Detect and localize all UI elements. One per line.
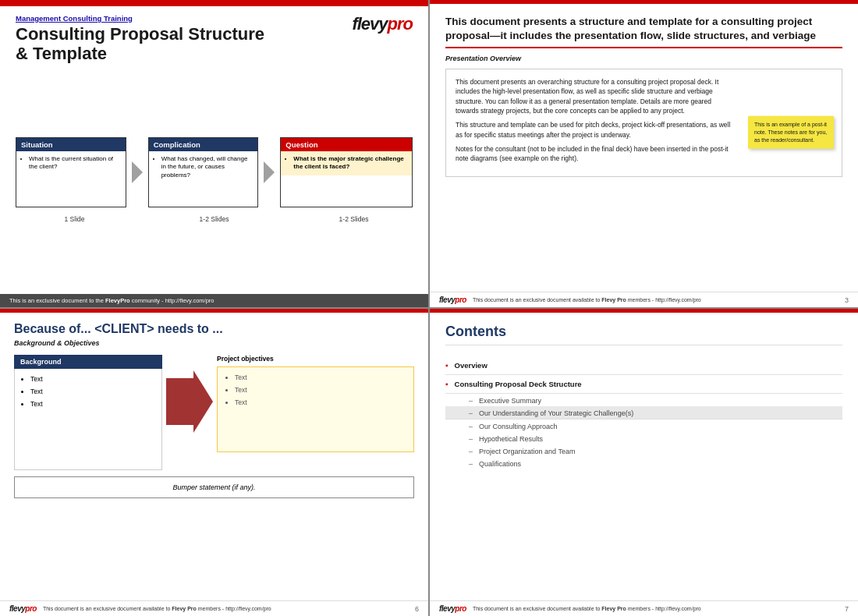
slide1-title-block: Management Consulting Training Consultin… bbox=[16, 14, 352, 64]
slide3-footer: flevypro This document is an exclusive d… bbox=[0, 600, 428, 616]
slide1-flow-boxes: Situation What is the current situation … bbox=[16, 137, 413, 207]
slide2-text-col: This document presents an overarching st… bbox=[456, 77, 735, 164]
complication-text: What has changed, will change in the fut… bbox=[161, 155, 254, 179]
flow-item-situation: Situation What is the current situation … bbox=[16, 137, 148, 207]
contents-list: ▪ Overview ▪ Consulting Proposal Deck St… bbox=[445, 356, 842, 469]
sub-proj-org: – Project Organization and Team bbox=[445, 444, 842, 457]
flow-item-complication: Complication What has changed, will chan… bbox=[148, 137, 281, 207]
footer-logo-dark: flevy bbox=[439, 296, 455, 304]
bg-box-body: Text Text Text bbox=[14, 369, 162, 470]
slide2-footer-logo: flevypro bbox=[439, 296, 466, 304]
sub-qualifications: – Qualifications bbox=[445, 457, 842, 469]
contents-item-overview: ▪ Overview bbox=[445, 356, 842, 375]
proj-obj-1: Text bbox=[235, 373, 406, 381]
slide1-logo: flevypro bbox=[352, 14, 413, 34]
slide4-title: Contents bbox=[445, 324, 842, 345]
slide1-footer: This is an exclusive document to the Fle… bbox=[0, 294, 428, 307]
sticky-note: This is an example of a post-it note. Th… bbox=[748, 116, 834, 148]
slide1-top-bar bbox=[0, 0, 428, 6]
slide1-main-title: Consulting Proposal Structure& Template bbox=[16, 24, 352, 64]
slide4-footer-logo: flevypro bbox=[439, 604, 466, 613]
proposal-label: Consulting Proposal Deck Structure bbox=[455, 380, 582, 388]
slide2-big-title: This document presents a structure and t… bbox=[445, 15, 842, 48]
slide2-content: This document presents a structure and t… bbox=[430, 4, 858, 292]
bg-item-1: Text bbox=[30, 375, 155, 383]
overview-para-2: This structure and template can be used … bbox=[456, 120, 735, 140]
big-arrow-right bbox=[162, 355, 217, 433]
logo-pro-text: pro bbox=[388, 14, 413, 34]
situation-header: Situation bbox=[16, 138, 126, 151]
slide3-diagram: Background Text Text Text Project object… bbox=[14, 355, 414, 470]
slide-1: Management Consulting Training Consultin… bbox=[0, 0, 428, 307]
sub-proj-org-text: Project Organization and Team bbox=[479, 448, 575, 455]
sub-exec-summary: – Executive Summary bbox=[445, 394, 842, 406]
slide1-diagram-area: Situation What is the current situation … bbox=[0, 68, 428, 294]
overview-para-3: Notes for the consultant (not to be incl… bbox=[456, 144, 735, 164]
slide2-footer: flevypro This document is an exclusive d… bbox=[430, 292, 858, 307]
complication-header: Complication bbox=[149, 138, 258, 151]
complication-body: What has changed, will change in the fut… bbox=[149, 151, 258, 183]
right-arrow-svg bbox=[166, 370, 213, 433]
bumper-box: Bumper statement (if any). bbox=[14, 476, 414, 498]
slide4-footer-text: This document is an exclusive document a… bbox=[473, 606, 701, 611]
overview-label: Overview bbox=[455, 361, 488, 370]
sub-consulting-approach: – Our Consulting Approach bbox=[445, 420, 842, 432]
footer-logo-red: pro bbox=[455, 296, 466, 304]
proj-obj-2: Text bbox=[235, 386, 406, 394]
slide2-footer-text: This document is an exclusive document a… bbox=[473, 297, 701, 303]
question-text: What is the major strategic challenge th… bbox=[293, 155, 407, 172]
bg-item-3: Text bbox=[30, 400, 155, 408]
svg-marker-0 bbox=[166, 370, 213, 433]
slide-count-row: 1 Slide 1-2 Slides 1-2 Slides bbox=[16, 214, 413, 225]
slide4-content: Contents ▪ Overview ▪ Consulting Proposa… bbox=[430, 313, 858, 600]
slide3-page-num: 6 bbox=[415, 605, 419, 613]
sub-exec-summary-text: Executive Summary bbox=[479, 397, 541, 405]
proj-obj-3: Text bbox=[235, 398, 406, 406]
sub-hypo-results-text: Hypothetical Results bbox=[479, 435, 543, 443]
slide-3: Because of... <CLIENT> needs to ... Back… bbox=[0, 309, 428, 616]
proj-obj-area: Project objectives Text Text Text bbox=[217, 355, 414, 452]
contents-item-proposal: ▪ Consulting Proposal Deck Structure bbox=[445, 375, 842, 394]
flow-box-question: Question What is the major strategic cha… bbox=[280, 137, 413, 207]
slide-2: This document presents a structure and t… bbox=[430, 0, 858, 307]
bg-box: Background Text Text Text bbox=[14, 355, 162, 470]
flow-box-situation: Situation What is the current situation … bbox=[16, 137, 126, 207]
bg-item-2: Text bbox=[30, 388, 155, 395]
sub-consulting-approach-text: Our Consulting Approach bbox=[479, 423, 558, 430]
slide2-section-label: Presentation Overview bbox=[445, 55, 842, 62]
situation-text: What is the current situation of the cli… bbox=[29, 155, 121, 172]
slide2-page-num: 3 bbox=[845, 296, 849, 304]
footer-bold: FlevyPro bbox=[105, 297, 130, 304]
footer-text: This is an exclusive document to the bbox=[9, 297, 105, 304]
flow-box-complication: Complication What has changed, will chan… bbox=[148, 137, 259, 207]
arrow-1 bbox=[126, 161, 148, 183]
sticky-note-text: This is an example of a post-it note. Th… bbox=[754, 122, 827, 143]
overview-para-1: This document presents an overarching st… bbox=[456, 77, 735, 115]
proj-obj-label: Project objectives bbox=[217, 355, 414, 363]
sub-qualifications-text: Qualifications bbox=[479, 460, 521, 468]
slide1-header: Management Consulting Training Consultin… bbox=[0, 6, 428, 68]
slide3-content: Because of... <CLIENT> needs to ... Back… bbox=[0, 313, 428, 600]
count-complication: 1-2 Slides bbox=[155, 214, 273, 225]
sub-strategic-challenge-text: Our Understanding of Your Strategic Chal… bbox=[479, 409, 633, 417]
sub-strategic-challenge: – Our Understanding of Your Strategic Ch… bbox=[445, 406, 842, 420]
footer-suffix: community - http://flevy.com/pro bbox=[130, 297, 214, 304]
logo-flevy-text: flevy bbox=[352, 14, 387, 34]
bg-box-header: Background bbox=[14, 355, 162, 369]
slide3-title: Because of... <CLIENT> needs to ... bbox=[14, 322, 414, 336]
count-situation: 1 Slide bbox=[16, 214, 133, 225]
question-header: Question bbox=[281, 138, 412, 151]
sub-hypo-results: – Hypothetical Results bbox=[445, 432, 842, 444]
proj-obj-box: Text Text Text bbox=[217, 366, 414, 452]
flow-item-question: Question What is the major strategic cha… bbox=[280, 137, 413, 207]
slide1-subtitle-link[interactable]: Management Consulting Training bbox=[16, 14, 352, 23]
slide3-section-label: Background & Objectives bbox=[14, 339, 414, 347]
slide4-footer: flevypro This document is an exclusive d… bbox=[430, 600, 858, 616]
slide3-footer-logo: flevypro bbox=[9, 604, 37, 613]
slide3-footer-text: This document is an exclusive document a… bbox=[43, 606, 271, 611]
arrow-2 bbox=[258, 161, 280, 183]
overview-bullet: ▪ bbox=[445, 361, 448, 370]
situation-body: What is the current situation of the cli… bbox=[16, 151, 126, 175]
slide-4: Contents ▪ Overview ▪ Consulting Proposa… bbox=[430, 309, 858, 616]
proposal-bullet: ▪ bbox=[445, 380, 448, 388]
